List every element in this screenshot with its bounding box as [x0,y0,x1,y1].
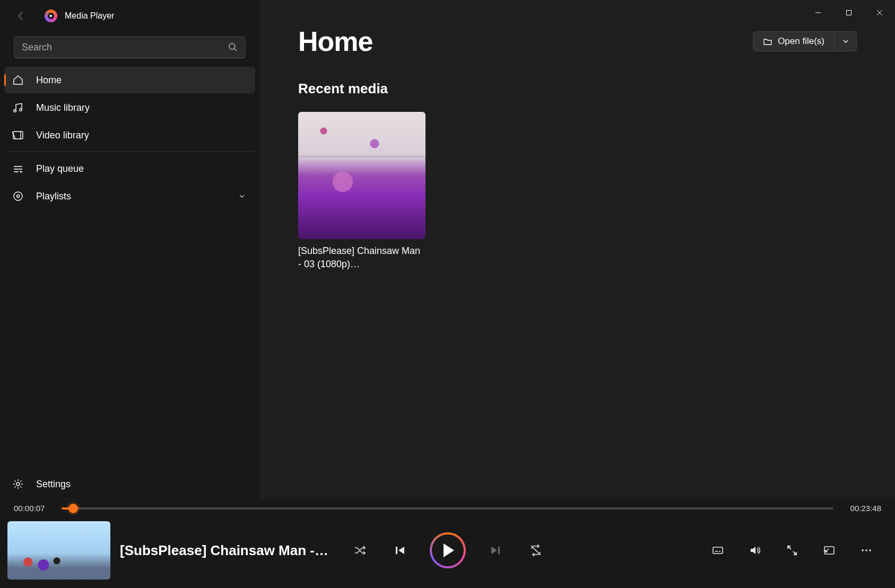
svg-rect-23 [713,547,723,554]
svg-line-27 [788,546,791,549]
skip-previous-icon [394,544,406,557]
duration-time: 00:23:48 [843,504,881,513]
mini-player-button[interactable] [819,540,840,561]
search-icon [228,42,238,52]
playlist-icon [12,190,24,202]
window-close-button[interactable] [864,2,895,23]
open-files-button[interactable]: Open file(s) [753,31,835,51]
svg-marker-26 [751,547,755,554]
search-box[interactable] [14,36,246,58]
seek-slider[interactable] [62,507,833,510]
page-title: Home [298,25,372,57]
seek-thumb[interactable] [68,504,78,513]
svg-line-30 [826,549,829,552]
play-icon [444,543,454,557]
svg-rect-21 [498,547,500,554]
recent-media-heading: Recent media [298,81,857,97]
volume-button[interactable] [744,540,766,561]
window-titlebar [260,0,895,25]
svg-point-17 [16,482,20,486]
svg-marker-19 [398,547,404,554]
svg-rect-1 [847,11,851,15]
subtitles-button[interactable] [707,540,728,561]
svg-rect-18 [396,547,397,554]
sidebar-item-play-queue[interactable]: Play queue [4,155,255,182]
repeat-off-icon [529,544,542,557]
svg-marker-20 [491,547,497,554]
svg-line-9 [12,131,15,139]
svg-point-31 [862,549,864,551]
sidebar-item-settings[interactable]: Settings [0,469,259,499]
subtitles-icon [711,544,724,557]
nav-separator [4,152,255,152]
now-playing-title: [SubsPlease] Chainsaw Man -… [120,542,328,559]
sidebar-item-video-library[interactable]: Video library [4,122,255,148]
svg-line-22 [531,546,541,555]
video-icon [12,129,24,141]
media-thumbnail [298,112,425,239]
open-files-label: Open file(s) [778,36,824,47]
recent-media-card[interactable]: [SubsPlease] Chainsaw Man - 03 (1080p)… [298,112,425,271]
svg-marker-14 [20,171,23,173]
queue-icon [12,163,24,174]
search-input[interactable] [22,42,228,53]
skip-next-icon [489,544,502,557]
window-maximize-button[interactable] [833,2,864,23]
svg-point-6 [14,110,16,112]
open-files-dropdown[interactable] [835,31,857,51]
svg-point-16 [17,195,20,198]
sidebar-item-label: Playlists [36,191,71,202]
chevron-down-icon [238,192,246,200]
back-button [11,5,32,27]
miniplayer-icon [823,544,836,557]
fullscreen-button[interactable] [781,540,803,561]
sidebar-item-home[interactable]: Home [4,67,255,93]
previous-button[interactable] [389,540,411,561]
sidebar-item-music-library[interactable]: Music library [4,94,255,121]
play-button[interactable] [430,532,466,568]
sidebar-item-label: Play queue [36,163,84,174]
svg-point-33 [869,549,871,551]
svg-point-4 [229,43,235,49]
shuffle-icon [353,544,366,557]
now-playing-thumbnail[interactable] [7,521,110,580]
media-title: [SubsPlease] Chainsaw Man - 03 (1080p)… [298,244,425,271]
fullscreen-icon [786,544,798,557]
home-icon [12,74,24,86]
window-minimize-button[interactable] [803,2,833,23]
speaker-icon [749,544,761,557]
folder-icon [763,37,772,46]
sidebar-item-label: Home [36,75,62,86]
svg-point-7 [20,109,22,111]
sidebar-item-label: Video library [36,130,89,141]
svg-point-15 [14,192,22,200]
chevron-down-icon [842,38,849,45]
repeat-button[interactable] [525,540,546,561]
shuffle-button[interactable] [349,540,370,561]
more-icon [860,544,873,557]
app-title: Media Player [65,11,114,21]
music-icon [12,102,24,113]
svg-line-5 [234,49,237,51]
sidebar: Media Player Home Music library [0,0,260,499]
settings-label: Settings [36,479,71,490]
gear-icon [12,478,24,490]
more-options-button[interactable] [856,540,877,561]
svg-point-32 [865,549,867,551]
next-button [485,540,506,561]
sidebar-item-playlists[interactable]: Playlists [4,183,255,209]
elapsed-time: 00:00:07 [14,504,52,513]
app-logo-icon [45,10,57,22]
main-content: Home Open file(s) Recent media [SubsPlea… [260,0,895,499]
svg-line-28 [793,551,796,555]
sidebar-item-label: Music library [36,102,90,113]
player-bar: 00:00:07 00:23:48 [SubsPlease] Chainsaw … [0,499,895,588]
